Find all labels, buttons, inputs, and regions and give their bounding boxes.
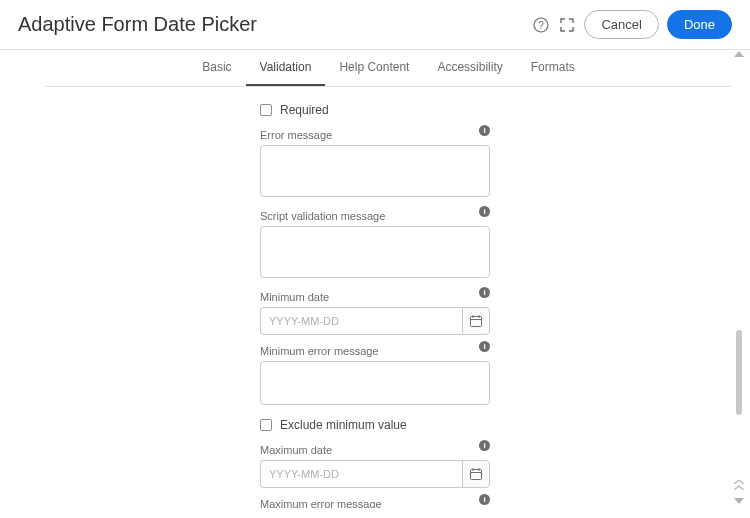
form-content: Required Error message i Script validati…	[0, 87, 750, 508]
tabs: Basic Validation Help Content Accessibil…	[45, 50, 732, 86]
done-button[interactable]: Done	[667, 10, 732, 39]
minimum-error-label: Minimum error message	[260, 345, 490, 357]
minimum-date-input[interactable]	[260, 307, 462, 335]
dialog-title: Adaptive Form Date Picker	[18, 13, 257, 36]
exclude-minimum-label: Exclude minimum value	[280, 418, 407, 432]
error-message-input[interactable]	[260, 145, 490, 197]
tab-validation[interactable]: Validation	[246, 50, 326, 86]
info-icon[interactable]: i	[479, 287, 490, 298]
scrollbar-track	[736, 50, 742, 508]
calendar-icon[interactable]	[462, 307, 490, 335]
maximum-error-label: Maximum error message	[260, 498, 490, 508]
script-validation-field: Script validation message i	[260, 210, 490, 281]
error-message-field: Error message i	[260, 129, 490, 200]
tab-accessibility[interactable]: Accessibility	[423, 50, 516, 86]
scrollbar-thumb[interactable]	[736, 330, 742, 415]
tab-basic[interactable]: Basic	[188, 50, 245, 86]
tab-help-content[interactable]: Help Content	[325, 50, 423, 86]
header-actions: ? Cancel Done	[532, 10, 732, 39]
info-icon[interactable]: i	[479, 440, 490, 451]
required-label: Required	[280, 103, 329, 117]
script-validation-label: Script validation message	[260, 210, 490, 222]
maximum-date-wrap	[260, 460, 490, 488]
maximum-date-label: Maximum date	[260, 444, 490, 456]
calendar-icon[interactable]	[462, 460, 490, 488]
svg-rect-2	[471, 317, 482, 327]
exclude-minimum-field: Exclude minimum value	[260, 418, 490, 432]
exclude-minimum-checkbox[interactable]	[260, 419, 272, 431]
minimum-error-input[interactable]	[260, 361, 490, 405]
info-icon[interactable]: i	[479, 494, 490, 505]
minimum-date-wrap	[260, 307, 490, 335]
scroll-down-icon[interactable]	[732, 495, 746, 506]
maximum-error-field: Maximum error message i	[260, 498, 490, 508]
maximum-date-input[interactable]	[260, 460, 462, 488]
required-checkbox[interactable]	[260, 104, 272, 116]
minimum-date-field: Minimum date i	[260, 291, 490, 335]
scroll-double-icon[interactable]	[732, 480, 746, 492]
svg-text:?: ?	[539, 20, 545, 31]
content-wrapper: Basic Validation Help Content Accessibil…	[0, 50, 750, 508]
minimum-date-label: Minimum date	[260, 291, 490, 303]
info-icon[interactable]: i	[479, 125, 490, 136]
info-icon[interactable]: i	[479, 341, 490, 352]
error-message-label: Error message	[260, 129, 490, 141]
info-icon[interactable]: i	[479, 206, 490, 217]
tab-formats[interactable]: Formats	[517, 50, 589, 86]
help-icon[interactable]: ?	[532, 16, 550, 34]
required-field: Required	[260, 103, 490, 117]
minimum-error-field: Minimum error message i	[260, 345, 490, 408]
dialog-header: Adaptive Form Date Picker ? Cancel Done	[0, 0, 750, 50]
tabs-row: Basic Validation Help Content Accessibil…	[45, 50, 732, 87]
maximum-date-field: Maximum date i	[260, 444, 490, 488]
fullscreen-icon[interactable]	[558, 16, 576, 34]
cancel-button[interactable]: Cancel	[584, 10, 658, 39]
script-validation-input[interactable]	[260, 226, 490, 278]
svg-rect-6	[471, 470, 482, 480]
